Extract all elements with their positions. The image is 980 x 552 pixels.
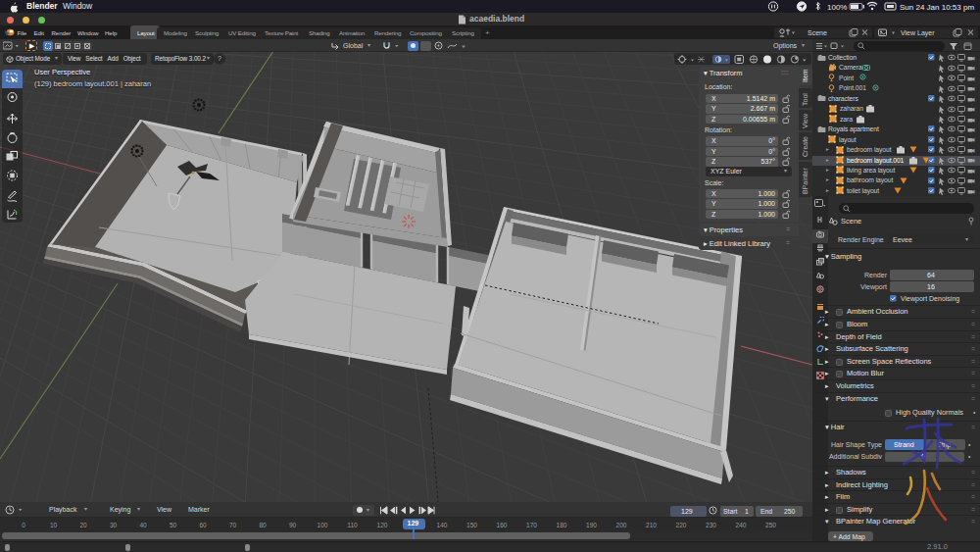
svg-text:100%: 100% — [827, 3, 847, 12]
svg-text:Sun 24 Jan 10:53 pm: Sun 24 Jan 10:53 pm — [900, 3, 974, 12]
